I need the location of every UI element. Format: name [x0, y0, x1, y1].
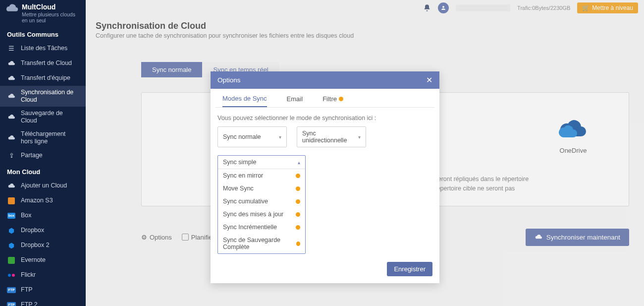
nav-dropbox-2[interactable]: ⬢ Dropbox 2 [0, 238, 86, 253]
flickr-icon [7, 271, 16, 280]
sync-type-select[interactable]: Sync normale ▾ [217, 126, 287, 147]
dropdown-item-incremental[interactable]: Sync Incrémentielle [218, 221, 305, 234]
traffic-label: Trafic:0Bytes/2230GB [517, 5, 570, 11]
nav-label: Flickr [21, 271, 36, 279]
sync-type-value: Sync normale [223, 133, 261, 140]
onedrive-icon [557, 119, 589, 139]
amazon-s3-icon [7, 196, 16, 205]
dropdown-item-update[interactable]: Sync des mises à jour [218, 208, 305, 221]
options-link[interactable]: ⚙ Options [141, 234, 172, 241]
nav-label: Amazon S3 [21, 197, 53, 204]
badge-icon [339, 97, 343, 101]
sync-mode-dropdown-list: Sync en mirror Move Sync Sync cumulative… [218, 169, 305, 253]
upgrade-label: Mettre à niveau [592, 4, 633, 11]
brand[interactable]: MultCloud Mettre plusieurs clouds en un … [0, 0, 86, 26]
section-my-cloud: Mon Cloud [0, 163, 86, 179]
nav-dropbox[interactable]: ⬢ Dropbox [0, 223, 86, 238]
sync-direction-select[interactable]: Sync unidirectionnelle ▾ [297, 126, 366, 147]
username-placeholder [456, 4, 510, 11]
badge-icon [296, 242, 300, 246]
modal-hint: Vous pouvez sélectionner le mode de sync… [217, 115, 432, 122]
sidebar: MultCloud Mettre plusieurs clouds en un … [0, 0, 86, 306]
chevron-down-icon: ▾ [358, 134, 361, 140]
chevron-down-icon: ▾ [279, 134, 281, 140]
nav-label: Dropbox [21, 227, 44, 234]
tab-sync-modes[interactable]: Modes de Sync [222, 95, 267, 107]
upgrade-button[interactable]: 🛒 Mettre à niveau [577, 2, 638, 13]
page-subtitle: Configurer une tache de synchronisation … [96, 32, 634, 39]
target-cloud-label: OneDrive [557, 147, 589, 154]
badge-icon [296, 225, 300, 230]
modal-title: Options [217, 76, 241, 84]
nav-add-cloud[interactable]: Ajouter un Cloud [0, 179, 86, 193]
modal-body: Vous pouvez sélectionner le mode de sync… [211, 108, 439, 257]
gear-icon: ⚙ [141, 234, 147, 241]
nav-label: Box [21, 212, 32, 219]
nav-label: Dropbox 2 [21, 242, 50, 249]
nav-label: Transfert de Cloud [21, 60, 72, 67]
sync-direction-value: Sync unidirectionnelle [302, 130, 358, 144]
dropbox-icon: ⬢ [7, 241, 16, 250]
ftp-icon: FTP [7, 286, 16, 295]
user-icon [440, 5, 446, 11]
options-label: Options [150, 234, 172, 241]
target-cloud-onedrive[interactable]: OneDrive [557, 119, 589, 154]
nav-offline-download[interactable]: Téléchargement hors ligne [0, 127, 86, 148]
tab-normal-sync[interactable]: Sync normale [141, 62, 202, 77]
nav-ftp-2[interactable]: FTP FTP 2 [0, 298, 86, 306]
section-common-tools: Outils Communs [0, 26, 86, 41]
tab-email[interactable]: Email [287, 95, 303, 107]
cloud-logo-icon [5, 3, 19, 14]
nav-box[interactable]: box Box [0, 208, 86, 223]
cloud-icon [7, 92, 16, 101]
cart-icon: 🛒 [582, 4, 590, 11]
nav-label: FTP [21, 286, 33, 294]
close-icon[interactable]: ✕ [426, 75, 432, 85]
sync-now-button[interactable]: Synchroniser maintenant [526, 229, 629, 246]
modal-tabs: Modes de Sync Email Filtre [215, 89, 434, 108]
nav-cloud-backup[interactable]: Sauvegarde de Cloud [0, 107, 86, 127]
page-title: Synchronisation de Cloud [96, 21, 634, 31]
cloud-icon [7, 74, 16, 83]
avatar[interactable] [438, 2, 449, 13]
nav-label: Liste des Tâches [21, 45, 67, 52]
nav-flickr[interactable]: Flickr [0, 268, 86, 283]
brand-name: MultCloud [22, 3, 81, 11]
tab-filter[interactable]: Filtre [322, 95, 343, 107]
cloud-plus-icon [7, 182, 16, 190]
nav-task-list[interactable]: ☰ Liste des Tâches [0, 41, 86, 56]
badge-icon [296, 199, 300, 204]
nav-cloud-sync[interactable]: Synchronisation de Cloud [0, 86, 86, 107]
save-button[interactable]: Enregistrer [387, 262, 432, 276]
nav-ftp[interactable]: FTP FTP [0, 283, 86, 298]
notifications-icon[interactable] [423, 4, 431, 12]
schedule-toggle[interactable]: Planifier [182, 234, 215, 241]
dropdown-item-move[interactable]: Move Sync [218, 182, 305, 195]
modal-header: Options ✕ [211, 71, 439, 89]
nav-amazon-s3[interactable]: Amazon S3 [0, 193, 86, 208]
nav-label: Téléchargement hors ligne [21, 130, 79, 145]
badge-icon [296, 212, 300, 217]
dropdown-item-full-backup[interactable]: Sync de Sauvegarde Complète [218, 234, 305, 253]
nav-evernote[interactable]: Evernote [0, 253, 86, 268]
list-icon: ☰ [7, 44, 16, 53]
nav-share[interactable]: ⇪ Partage [0, 148, 86, 163]
modal-footer: Enregistrer [211, 257, 439, 283]
nav-label: Partage [21, 152, 43, 159]
nav-cloud-transfer[interactable]: Transfert de Cloud [0, 56, 86, 71]
mode-select-row: Sync normale ▾ Sync unidirectionnelle ▾ [217, 126, 432, 147]
nav-label: FTP 2 [21, 301, 38, 306]
nav-team-transfer[interactable]: Transfert d'équipe [0, 71, 86, 86]
nav-label: Sauvegarde de Cloud [21, 110, 79, 124]
brand-subtitle: Mettre plusieurs clouds en un seul [22, 11, 81, 24]
badge-icon [296, 174, 300, 178]
cloud-icon [7, 59, 16, 68]
nav-label: Ajouter un Cloud [21, 182, 67, 189]
cloud-sync-icon [535, 234, 542, 240]
box-icon: box [7, 211, 16, 220]
ftp-icon: FTP [7, 301, 16, 306]
dropdown-item-mirror[interactable]: Sync en mirror [218, 169, 305, 182]
sync-mode-dropdown-current[interactable]: Sync simple ▴ [218, 156, 305, 169]
dropdown-item-cumulative[interactable]: Sync cumulative [218, 195, 305, 208]
dropbox-icon: ⬢ [7, 226, 16, 235]
